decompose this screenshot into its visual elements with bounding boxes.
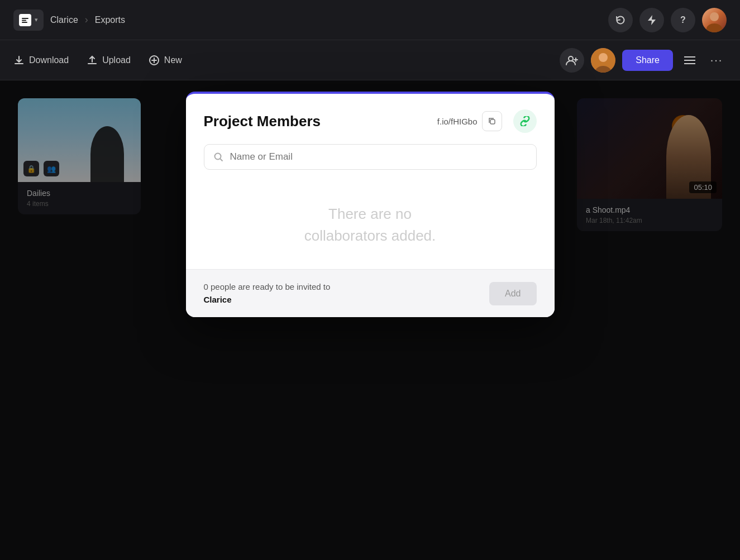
share-button[interactable]: Share	[622, 50, 673, 71]
svg-point-4	[710, 12, 719, 21]
link-text: f.io/fHIGbo	[437, 117, 478, 126]
modal-overlay: Project Members f.io/fHIGbo	[0, 80, 740, 560]
svg-rect-15	[490, 119, 495, 124]
logo-icon	[19, 14, 31, 26]
breadcrumb-project: Clarice	[50, 15, 78, 25]
search-icon	[213, 152, 223, 162]
share-label: Share	[636, 55, 660, 65]
breadcrumb-page: Exports	[95, 15, 125, 25]
toolbar: Download Upload New	[0, 40, 740, 80]
topbar-right: ?	[608, 8, 727, 32]
more-options-button[interactable]: ···	[706, 50, 727, 70]
modal-header: Project Members f.io/fHIGbo	[186, 94, 555, 144]
svg-point-5	[706, 23, 722, 32]
lightning-button[interactable]	[639, 8, 664, 32]
main-content: 🔒 👥 Dailies 4 items 05:10 a Shoot.mp4 Ma…	[0, 80, 740, 560]
modal-title: Project Members	[204, 113, 426, 130]
list-view-button[interactable]	[680, 50, 700, 70]
refresh-button[interactable]	[608, 8, 633, 32]
chevron-down-icon: ▾	[35, 16, 38, 23]
svg-rect-2	[22, 22, 27, 23]
svg-rect-1	[22, 20, 26, 21]
breadcrumb-separator: ›	[85, 14, 88, 26]
help-button[interactable]: ?	[671, 8, 695, 32]
svg-marker-3	[648, 15, 656, 25]
project-members-modal: Project Members f.io/fHIGbo	[186, 92, 555, 317]
search-input[interactable]	[230, 151, 527, 162]
topbar: ▾ Clarice › Exports ?	[0, 0, 740, 40]
logo-button[interactable]: ▾	[13, 9, 44, 31]
copy-link-button[interactable]	[482, 111, 502, 131]
upload-label: Upload	[102, 55, 131, 65]
new-label: New	[164, 55, 182, 65]
add-member-button[interactable]	[560, 48, 584, 73]
user-avatar-topbar[interactable]	[702, 8, 727, 32]
svg-point-16	[214, 154, 221, 160]
svg-rect-0	[22, 18, 28, 19]
toolbar-right: Share ···	[560, 48, 727, 73]
search-bar	[204, 144, 537, 170]
empty-message: There are no collaborators added.	[304, 203, 436, 247]
add-button[interactable]: Add	[489, 282, 536, 305]
user-avatar-toolbar[interactable]	[591, 48, 615, 73]
svg-line-17	[220, 159, 223, 161]
svg-point-10	[599, 53, 608, 62]
upload-button[interactable]: Upload	[87, 55, 131, 66]
modal-footer: 0 people are ready to be invited to Clar…	[186, 269, 555, 317]
topbar-left: ▾ Clarice › Exports	[13, 9, 125, 31]
new-button[interactable]: New	[149, 55, 182, 66]
link-icon-button[interactable]	[513, 109, 537, 133]
modal-link-area: f.io/fHIGbo	[437, 111, 502, 131]
footer-text: 0 people are ready to be invited to Clar…	[204, 281, 331, 306]
download-button[interactable]: Download	[13, 55, 69, 66]
empty-state: There are no collaborators added.	[186, 181, 555, 269]
footer-project-name: Clarice	[204, 295, 232, 304]
download-label: Download	[29, 55, 69, 65]
svg-point-8	[569, 56, 573, 61]
